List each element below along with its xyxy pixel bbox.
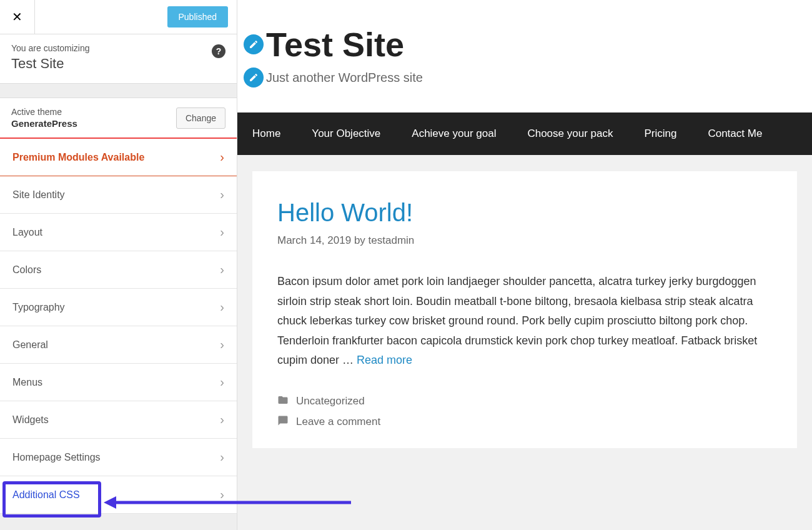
pencil-icon [249, 72, 259, 82]
menu-item-layout[interactable]: Layout › [0, 214, 237, 251]
comment-icon [277, 415, 289, 429]
leave-comment-link[interactable]: Leave a comment [296, 416, 380, 428]
nav-item-pricing[interactable]: Pricing [644, 112, 676, 155]
chevron-right-icon: › [220, 300, 224, 314]
customizing-label: You are customizing [11, 43, 225, 53]
menu-label: Widgets [12, 414, 49, 426]
nav-item-objective[interactable]: Your Objective [312, 112, 380, 155]
sidebar-header: ✕ Published [0, 0, 237, 34]
menu-label: General [12, 339, 48, 351]
menu-item-typography[interactable]: Typography › [0, 289, 237, 326]
post-card: Hello World! March 14, 2019 by testadmin… [252, 171, 797, 448]
close-icon: ✕ [12, 9, 22, 24]
menu-label: Typography [12, 302, 65, 313]
menu-item-menus[interactable]: Menus › [0, 364, 237, 401]
chevron-right-icon: › [220, 338, 224, 352]
menu-item-site-identity[interactable]: Site Identity › [0, 176, 237, 214]
post-title[interactable]: Hello World! [277, 199, 772, 227]
chevron-right-icon: › [220, 450, 224, 464]
menu-label: Site Identity [12, 189, 65, 201]
menu-item-premium-modules[interactable]: Premium Modules Available › [0, 139, 237, 176]
help-icon[interactable]: ? [212, 44, 225, 58]
chevron-right-icon: › [220, 225, 224, 239]
menu-label: Additional CSS [12, 489, 80, 501]
site-title[interactable]: Test Site [266, 25, 404, 64]
chevron-right-icon: › [220, 375, 224, 389]
customizer-site-name: Test Site [11, 56, 225, 72]
site-preview-pane: Test Site Just another WordPress site Ho… [237, 0, 812, 530]
folder-icon [277, 394, 289, 409]
pencil-icon [249, 39, 259, 49]
change-theme-button[interactable]: Change [176, 108, 225, 129]
menu-label: Layout [12, 227, 42, 238]
menu-label: Premium Modules Available [12, 152, 144, 163]
main-navigation: Home Your Objective Achieve your goal Ch… [237, 112, 812, 155]
site-tagline: Just another WordPress site [266, 71, 423, 85]
customizer-sidebar: ✕ Published You are customizing Test Sit… [0, 0, 237, 530]
nav-item-home[interactable]: Home [252, 112, 280, 155]
active-theme-name: GeneratePress [11, 118, 77, 129]
customizer-menu: Premium Modules Available › Site Identit… [0, 139, 237, 514]
nav-item-choose-pack[interactable]: Choose your pack [527, 112, 613, 155]
menu-item-colors[interactable]: Colors › [0, 251, 237, 289]
edit-tagline-badge[interactable] [244, 68, 264, 88]
chevron-right-icon: › [220, 262, 224, 277]
sidebar-info-panel: You are customizing Test Site ? [0, 34, 237, 84]
menu-label: Menus [12, 377, 42, 388]
post-footer: Uncategorized Leave a comment [277, 386, 772, 429]
close-button[interactable]: ✕ [0, 0, 35, 34]
post-meta: March 14, 2019 by testadmin [277, 234, 772, 247]
post-excerpt-text: Bacon ipsum dolor amet pork loin landjae… [277, 275, 757, 366]
menu-item-widgets[interactable]: Widgets › [0, 401, 237, 439]
menu-label: Homepage Settings [12, 452, 101, 463]
chevron-right-icon: › [220, 150, 224, 164]
chevron-right-icon: › [220, 188, 224, 202]
chevron-right-icon: › [220, 412, 224, 427]
post-category[interactable]: Uncategorized [296, 395, 365, 408]
edit-title-badge[interactable] [244, 34, 264, 54]
publish-button[interactable]: Published [167, 6, 229, 28]
menu-item-homepage-settings[interactable]: Homepage Settings › [0, 439, 237, 476]
post-date: March 14, 2019 [277, 234, 351, 246]
content-area: Hello World! March 14, 2019 by testadmin… [237, 155, 812, 530]
post-author[interactable]: testadmin [369, 234, 415, 246]
nav-item-contact[interactable]: Contact Me [708, 112, 762, 155]
nav-item-achieve-goal[interactable]: Achieve your goal [412, 112, 496, 155]
menu-item-additional-css[interactable]: Additional CSS › [0, 476, 237, 514]
menu-item-general[interactable]: General › [0, 326, 237, 364]
menu-label: Colors [12, 264, 41, 276]
read-more-link[interactable]: Read more [357, 354, 412, 366]
active-theme-panel: Active theme GeneratePress Change [0, 98, 237, 139]
post-excerpt: Bacon ipsum dolor amet pork loin landjae… [277, 272, 772, 371]
active-theme-label: Active theme [11, 107, 77, 117]
chevron-right-icon: › [220, 488, 224, 502]
site-header: Test Site Just another WordPress site [237, 0, 812, 112]
post-by-label: by [354, 234, 365, 246]
